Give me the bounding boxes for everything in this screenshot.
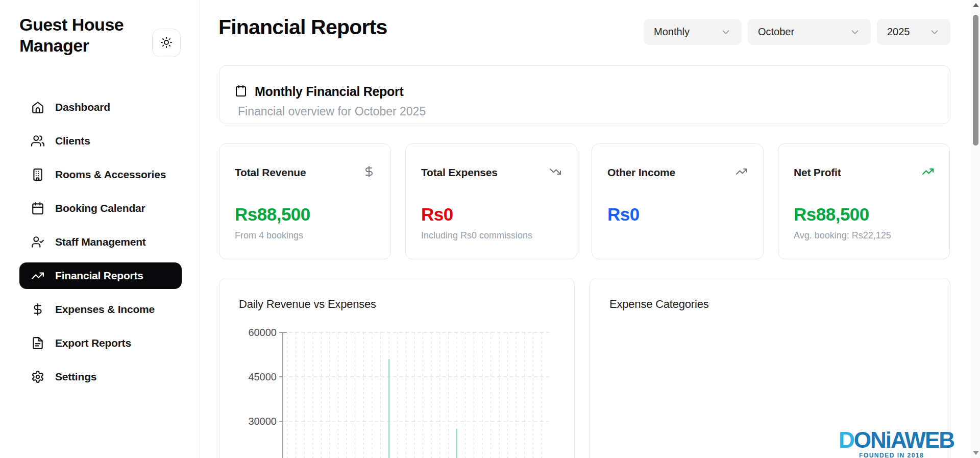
sidebar-item-expenses-income[interactable]: Expenses & Income [19,296,182,323]
doniaweb-watermark: DONiAWEB FOUNDED IN 2018 [839,429,971,458]
sidebar-item-label: Expenses & Income [55,303,155,316]
total-expenses-card: Total Expenses Rs0 Including Rs0 commiss… [405,143,577,259]
year-filter-select[interactable]: 2025 [877,19,950,45]
trending-down-icon [549,165,561,180]
daily-revenue-chart-card: Daily Revenue vs Expenses 01500030000450… [219,278,575,458]
file-text-icon [31,336,44,350]
theme-toggle-button[interactable] [152,29,181,57]
app-title: Guest House Manager [19,14,137,56]
sidebar-item-label: Clients [55,135,90,147]
stat-label: Total Expenses [421,166,498,179]
sidebar-item-label: Staff Management [55,236,146,248]
svg-text:60000: 60000 [248,327,277,338]
app-window: Guest House Manager Dashboard Clients Ro… [0,0,980,458]
stat-subtext: Including Rs0 commissions [421,230,561,241]
sidebar-item-export-reports[interactable]: Export Reports [19,330,182,356]
stat-subtext: Avg. booking: Rs22,125 [794,230,934,241]
stat-label: Net Profit [794,166,841,179]
sidebar-nav: Dashboard Clients Rooms & Accessories Bo… [19,94,182,397]
sidebar-item-financial-reports[interactable]: Financial Reports [19,262,182,289]
chevron-down-icon [929,27,940,38]
sidebar-item-label: Booking Calendar [55,202,145,214]
gear-icon [31,370,44,383]
sidebar-item-label: Dashboard [55,101,110,113]
svg-text:30000: 30000 [248,416,277,427]
svg-text:45000: 45000 [248,371,277,382]
other-income-card: Other Income Rs0 [592,143,764,259]
chart-title: Daily Revenue vs Expenses [239,298,574,311]
sidebar: Guest House Manager Dashboard Clients Ro… [0,0,200,458]
report-card-subtitle: Financial overview for October 2025 [238,105,935,118]
month-filter-value: October [758,26,794,38]
net-profit-card: Net Profit Rs88,500 Avg. booking: Rs22,1… [778,143,950,259]
page-title: Financial Reports [218,15,387,39]
sidebar-item-label: Financial Reports [55,270,143,282]
sidebar-item-dashboard[interactable]: Dashboard [19,94,182,120]
sidebar-item-staff-management[interactable]: Staff Management [19,229,182,255]
chart-title: Expense Categories [609,298,950,311]
trending-up-icon [736,165,748,180]
chevron-down-icon [720,27,731,38]
period-filter-select[interactable]: Monthly [644,19,742,45]
month-filter-select[interactable]: October [748,19,871,45]
trending-up-icon [31,269,44,282]
stat-value: Rs0 [607,204,748,225]
scroll-down-arrow-icon[interactable] [973,451,979,455]
vertical-scrollbar[interactable] [971,0,980,458]
sidebar-item-booking-calendar[interactable]: Booking Calendar [19,195,182,222]
scroll-up-arrow-icon[interactable] [973,3,979,7]
report-card-title: Monthly Financial Report [255,84,403,99]
stat-value: Rs88,500 [235,204,375,225]
stat-value: Rs0 [421,204,561,225]
revenue-expenses-chart: 015000300004500060000 [219,327,575,458]
users-icon [31,134,44,148]
chevron-down-icon [849,27,861,38]
sidebar-item-clients[interactable]: Clients [19,128,182,154]
sidebar-item-label: Rooms & Accessories [55,168,166,181]
sidebar-item-label: Export Reports [55,337,131,349]
building-icon [31,168,44,181]
doniaweb-logo: DONiAWEB [839,429,971,451]
scrollbar-thumb[interactable] [973,15,978,146]
monthly-report-card: Monthly Financial Report Financial overv… [219,65,950,124]
home-icon [31,101,44,114]
doniaweb-tagline: FOUNDED IN 2018 [859,452,971,458]
sidebar-item-rooms-accessories[interactable]: Rooms & Accessories [19,161,182,188]
calendar-icon [235,85,247,99]
user-check-icon [31,235,44,249]
stat-value: Rs88,500 [794,204,934,225]
trending-up-icon [922,165,934,180]
calendar-icon [31,202,44,215]
sidebar-item-label: Settings [55,371,96,383]
period-filter-value: Monthly [654,26,690,38]
stat-label: Other Income [607,166,675,179]
stat-subtext: From 4 bookings [235,230,375,241]
sun-icon [160,36,173,50]
dollar-icon [31,303,44,316]
stat-label: Total Revenue [235,166,306,179]
year-filter-value: 2025 [887,26,910,38]
sidebar-item-settings[interactable]: Settings [19,364,182,390]
dollar-icon [363,165,375,180]
total-revenue-card: Total Revenue Rs88,500 From 4 bookings [219,143,391,259]
